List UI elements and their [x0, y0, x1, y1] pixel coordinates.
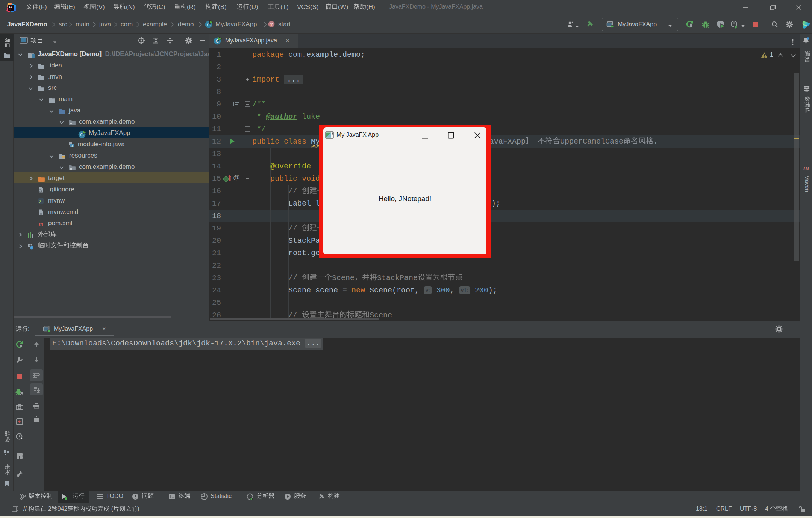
svg-text:IJ: IJ	[9, 5, 12, 8]
svg-text:J: J	[71, 145, 73, 147]
svg-text:m: m	[270, 22, 273, 27]
svg-text:m: m	[39, 221, 43, 227]
